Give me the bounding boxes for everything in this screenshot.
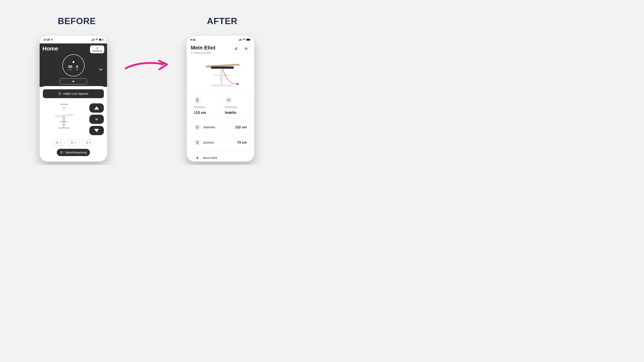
swap-device-button[interactable]	[232, 45, 240, 53]
connection-button[interactable]: Verbindung	[90, 45, 104, 53]
connection-status: Verbindung aktiv	[191, 51, 216, 54]
svg-rect-14	[240, 39, 240, 41]
sit-height-value: 73 cm	[237, 141, 247, 145]
timer-hours: 00	[68, 64, 72, 69]
battery-icon	[246, 39, 250, 41]
loading-spinner-icon	[62, 107, 66, 110]
svg-rect-2	[93, 39, 94, 41]
timer-hours-label: STD	[68, 69, 72, 70]
svg-point-11	[61, 151, 62, 152]
wifi-icon	[242, 39, 245, 41]
page-title: Mein Eliot	[191, 45, 216, 51]
svg-rect-8	[63, 125, 64, 128]
heart-icon	[71, 141, 74, 144]
sit-height-label: Sitzhöhe	[203, 141, 235, 144]
height-card-label: Tischhöhe	[194, 106, 216, 109]
before-header-panel: Home Verbindung 00 STD 0 MIN	[40, 43, 107, 87]
new-height-row[interactable]: Neue Höhe	[191, 152, 250, 161]
svg-rect-23	[211, 85, 232, 86]
lock-label: Halten zum Sperren	[63, 92, 88, 95]
new-height-label: Neue Höhe	[203, 156, 247, 159]
status-time: 9:41	[190, 38, 196, 41]
favorite-label: 1	[60, 141, 61, 144]
svg-rect-0	[91, 40, 92, 41]
settings-button[interactable]	[242, 45, 250, 53]
status-bar: 17:20	[40, 36, 107, 43]
triangle-up-icon	[94, 106, 99, 110]
favorite-preset-1[interactable]: 1	[52, 140, 65, 146]
desk-icon	[54, 112, 74, 130]
chair-icon	[194, 139, 201, 146]
location-icon	[51, 38, 53, 41]
status-time: 17:20	[43, 38, 50, 41]
stand-height-label: Stehhöhe	[203, 126, 233, 129]
svg-rect-24	[214, 75, 229, 76]
svg-rect-12	[238, 40, 239, 41]
svg-rect-29	[198, 127, 198, 128]
favorite-preset-2[interactable]: 2	[67, 140, 80, 146]
svg-point-19	[246, 48, 247, 49]
svg-rect-18	[250, 39, 250, 40]
svg-rect-1	[92, 39, 92, 41]
reminder-card[interactable]: Erinnerung Inaktiv	[222, 93, 250, 118]
timer-mins: 0	[76, 64, 78, 69]
gear-icon	[244, 47, 248, 50]
raise-button[interactable]	[89, 103, 104, 113]
signal-icon	[91, 39, 94, 41]
favorite-label: 3	[90, 141, 91, 144]
bell-icon	[72, 60, 75, 64]
lower-button[interactable]	[89, 126, 104, 135]
height-card[interactable]: Tischhöhe 115 cm	[191, 93, 219, 118]
svg-rect-21	[220, 69, 223, 80]
voice-control-label: Sprachsteuerung	[65, 151, 87, 154]
voice-icon	[60, 151, 63, 154]
play-button[interactable]	[60, 78, 87, 84]
memory-button-label: M	[96, 118, 98, 121]
bell-ring-icon	[225, 96, 232, 104]
lock-button[interactable]: Halten zum Sperren	[43, 89, 104, 98]
after-phone-frame: 9:41 Mein Eliot Verbindung aktiv	[187, 36, 254, 161]
favorite-preset-3[interactable]: 3	[82, 140, 95, 146]
svg-rect-13	[239, 39, 240, 41]
before-body-panel: Halten zum Sperren Tischhöhe M	[40, 86, 107, 161]
bluetooth-icon	[96, 47, 98, 49]
connection-label: Verbindung	[92, 50, 102, 52]
svg-rect-25	[237, 83, 238, 85]
svg-rect-15	[241, 39, 241, 41]
favorite-label: 2	[75, 141, 76, 144]
ruler-icon	[194, 96, 201, 104]
desk-hero-image	[198, 58, 244, 90]
after-headline: AFTER	[207, 16, 238, 26]
heart-icon	[86, 141, 88, 144]
before-phone-frame: 17:20 Home Verbindung 00 STD 0 MIN	[40, 36, 107, 161]
timer-mins-label: MIN	[76, 69, 78, 70]
wifi-icon	[96, 39, 98, 41]
svg-rect-10	[60, 121, 68, 122]
connection-status-label: Verbindung aktiv	[194, 51, 211, 54]
timer-circle[interactable]: 00 STD 0 MIN	[62, 54, 84, 76]
svg-rect-6	[103, 39, 104, 40]
heart-icon	[56, 141, 58, 144]
transition-arrow-icon	[125, 58, 169, 72]
swap-icon	[234, 47, 238, 50]
person-standing-icon	[194, 124, 201, 130]
stand-height-value: 122 cm	[235, 125, 247, 129]
svg-rect-9	[58, 128, 69, 128]
height-card-value: 115 cm	[194, 111, 216, 115]
svg-rect-26	[196, 98, 198, 102]
svg-rect-20	[211, 66, 234, 69]
svg-point-27	[196, 126, 198, 126]
svg-rect-17	[246, 39, 250, 40]
memory-button[interactable]: M	[89, 115, 104, 124]
lock-open-icon	[58, 92, 61, 95]
triangle-down-icon	[94, 129, 99, 132]
chevron-down-icon[interactable]	[99, 68, 103, 72]
bluetooth-icon	[191, 51, 192, 54]
before-headline: BEFORE	[58, 16, 96, 26]
play-icon	[72, 80, 75, 83]
svg-rect-22	[220, 80, 222, 85]
desk-height-display: Tischhöhe	[43, 103, 85, 135]
voice-control-button[interactable]: Sprachsteuerung	[57, 149, 90, 156]
stand-height-row[interactable]: Stehhöhe 122 cm	[191, 121, 250, 134]
sit-height-row[interactable]: Sitzhöhe 73 cm	[191, 136, 250, 149]
